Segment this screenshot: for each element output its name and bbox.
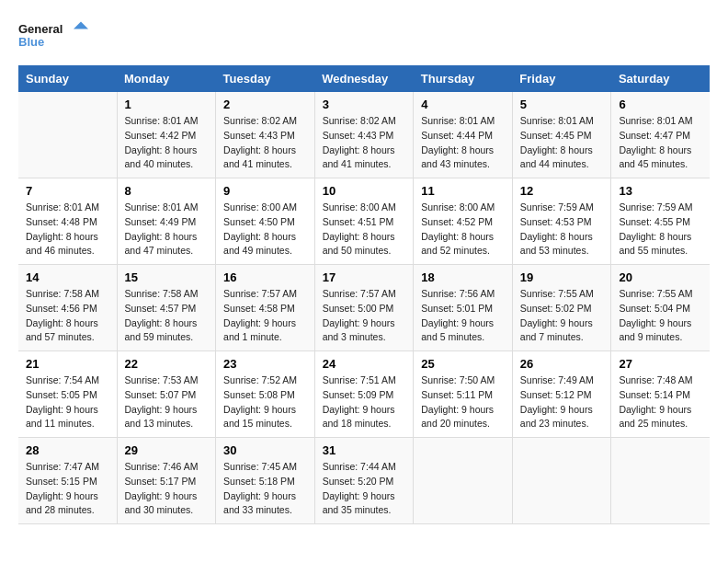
calendar-cell: 24Sunrise: 7:51 AM Sunset: 5:09 PM Dayli… xyxy=(314,351,414,438)
day-info: Sunrise: 7:56 AM Sunset: 5:01 PM Dayligh… xyxy=(421,287,505,345)
header: General Blue xyxy=(18,18,710,51)
calendar-cell: 21Sunrise: 7:54 AM Sunset: 5:05 PM Dayli… xyxy=(18,351,117,438)
calendar-cell: 15Sunrise: 7:58 AM Sunset: 4:57 PM Dayli… xyxy=(117,265,216,351)
day-number: 27 xyxy=(619,357,702,371)
calendar-cell xyxy=(611,438,710,524)
day-info: Sunrise: 8:01 AM Sunset: 4:44 PM Dayligh… xyxy=(421,114,505,172)
calendar-cell: 27Sunrise: 7:48 AM Sunset: 5:14 PM Dayli… xyxy=(611,351,710,438)
logo-icon: General Blue xyxy=(18,18,92,51)
day-info: Sunrise: 7:50 AM Sunset: 5:11 PM Dayligh… xyxy=(421,373,505,431)
day-number: 23 xyxy=(223,357,307,371)
day-number: 13 xyxy=(619,184,702,198)
day-info: Sunrise: 7:57 AM Sunset: 5:00 PM Dayligh… xyxy=(323,287,406,345)
day-info: Sunrise: 8:01 AM Sunset: 4:48 PM Dayligh… xyxy=(26,201,109,259)
day-number: 8 xyxy=(125,184,209,198)
day-number: 25 xyxy=(421,357,505,371)
day-info: Sunrise: 7:55 AM Sunset: 5:02 PM Dayligh… xyxy=(520,287,604,345)
day-number: 3 xyxy=(323,98,406,111)
calendar-cell: 20Sunrise: 7:55 AM Sunset: 5:04 PM Dayli… xyxy=(611,265,710,351)
day-number: 21 xyxy=(26,357,109,371)
day-info: Sunrise: 8:00 AM Sunset: 4:52 PM Dayligh… xyxy=(421,201,505,259)
logo: General Blue xyxy=(18,18,92,51)
day-info: Sunrise: 7:44 AM Sunset: 5:20 PM Dayligh… xyxy=(323,460,406,518)
day-info: Sunrise: 7:58 AM Sunset: 4:57 PM Dayligh… xyxy=(125,287,209,345)
day-number: 15 xyxy=(125,270,209,284)
day-number: 7 xyxy=(26,184,109,198)
calendar-cell: 29Sunrise: 7:46 AM Sunset: 5:17 PM Dayli… xyxy=(117,438,216,524)
day-info: Sunrise: 8:01 AM Sunset: 4:42 PM Dayligh… xyxy=(125,114,209,172)
week-row-5: 28Sunrise: 7:47 AM Sunset: 5:15 PM Dayli… xyxy=(18,438,710,524)
day-number: 31 xyxy=(323,443,406,457)
calendar-cell xyxy=(512,438,611,524)
day-info: Sunrise: 7:49 AM Sunset: 5:12 PM Dayligh… xyxy=(520,373,604,431)
header-cell-saturday: Saturday xyxy=(611,65,710,92)
day-number: 12 xyxy=(520,184,604,198)
header-cell-monday: Monday xyxy=(117,65,216,92)
day-info: Sunrise: 7:45 AM Sunset: 5:18 PM Dayligh… xyxy=(223,460,307,518)
week-row-3: 14Sunrise: 7:58 AM Sunset: 4:56 PM Dayli… xyxy=(18,265,710,351)
calendar-cell: 16Sunrise: 7:57 AM Sunset: 4:58 PM Dayli… xyxy=(216,265,315,351)
header-cell-sunday: Sunday xyxy=(18,65,117,92)
day-info: Sunrise: 7:59 AM Sunset: 4:53 PM Dayligh… xyxy=(520,201,604,259)
header-cell-friday: Friday xyxy=(512,65,611,92)
calendar-cell: 17Sunrise: 7:57 AM Sunset: 5:00 PM Dayli… xyxy=(314,265,414,351)
day-info: Sunrise: 7:51 AM Sunset: 5:09 PM Dayligh… xyxy=(323,373,406,431)
day-info: Sunrise: 7:59 AM Sunset: 4:55 PM Dayligh… xyxy=(619,201,702,259)
calendar-cell: 30Sunrise: 7:45 AM Sunset: 5:18 PM Dayli… xyxy=(216,438,315,524)
day-number: 4 xyxy=(421,98,505,111)
calendar-cell: 8Sunrise: 8:01 AM Sunset: 4:49 PM Daylig… xyxy=(117,178,216,265)
day-number: 9 xyxy=(223,184,307,198)
calendar-cell: 9Sunrise: 8:00 AM Sunset: 4:50 PM Daylig… xyxy=(216,178,315,265)
header-row: SundayMondayTuesdayWednesdayThursdayFrid… xyxy=(18,65,710,92)
day-number: 11 xyxy=(421,184,505,198)
day-number: 26 xyxy=(520,357,604,371)
day-info: Sunrise: 8:02 AM Sunset: 4:43 PM Dayligh… xyxy=(223,114,307,172)
day-info: Sunrise: 7:52 AM Sunset: 5:08 PM Dayligh… xyxy=(223,373,307,431)
day-info: Sunrise: 7:58 AM Sunset: 4:56 PM Dayligh… xyxy=(26,287,109,345)
day-number: 6 xyxy=(619,98,702,111)
day-number: 10 xyxy=(323,184,406,198)
calendar-cell: 28Sunrise: 7:47 AM Sunset: 5:15 PM Dayli… xyxy=(18,438,117,524)
day-number: 16 xyxy=(223,270,307,284)
svg-text:General: General xyxy=(18,22,63,36)
day-number: 5 xyxy=(520,98,604,111)
day-info: Sunrise: 8:00 AM Sunset: 4:51 PM Dayligh… xyxy=(323,201,406,259)
header-cell-tuesday: Tuesday xyxy=(216,65,315,92)
day-number: 28 xyxy=(26,443,109,457)
calendar-cell: 25Sunrise: 7:50 AM Sunset: 5:11 PM Dayli… xyxy=(414,351,513,438)
calendar-cell: 11Sunrise: 8:00 AM Sunset: 4:52 PM Dayli… xyxy=(414,178,513,265)
header-cell-thursday: Thursday xyxy=(414,65,513,92)
calendar-cell: 7Sunrise: 8:01 AM Sunset: 4:48 PM Daylig… xyxy=(18,178,117,265)
day-number: 22 xyxy=(125,357,209,371)
day-info: Sunrise: 7:46 AM Sunset: 5:17 PM Dayligh… xyxy=(125,460,209,518)
calendar-cell: 18Sunrise: 7:56 AM Sunset: 5:01 PM Dayli… xyxy=(414,265,513,351)
day-number: 1 xyxy=(125,98,209,111)
day-info: Sunrise: 7:47 AM Sunset: 5:15 PM Dayligh… xyxy=(26,460,109,518)
day-info: Sunrise: 7:55 AM Sunset: 5:04 PM Dayligh… xyxy=(619,287,702,345)
calendar-cell: 10Sunrise: 8:00 AM Sunset: 4:51 PM Dayli… xyxy=(314,178,414,265)
calendar-cell xyxy=(18,92,117,178)
calendar-cell: 13Sunrise: 7:59 AM Sunset: 4:55 PM Dayli… xyxy=(611,178,710,265)
day-info: Sunrise: 8:01 AM Sunset: 4:45 PM Dayligh… xyxy=(520,114,604,172)
calendar-cell: 3Sunrise: 8:02 AM Sunset: 4:43 PM Daylig… xyxy=(314,92,414,178)
day-info: Sunrise: 7:57 AM Sunset: 4:58 PM Dayligh… xyxy=(223,287,307,345)
day-info: Sunrise: 7:53 AM Sunset: 5:07 PM Dayligh… xyxy=(125,373,209,431)
day-number: 2 xyxy=(223,98,307,111)
svg-text:Blue: Blue xyxy=(18,35,44,49)
calendar-cell xyxy=(414,438,513,524)
day-info: Sunrise: 8:01 AM Sunset: 4:47 PM Dayligh… xyxy=(619,114,702,172)
day-number: 24 xyxy=(323,357,406,371)
calendar-cell: 2Sunrise: 8:02 AM Sunset: 4:43 PM Daylig… xyxy=(216,92,315,178)
calendar-cell: 4Sunrise: 8:01 AM Sunset: 4:44 PM Daylig… xyxy=(414,92,513,178)
calendar-cell: 23Sunrise: 7:52 AM Sunset: 5:08 PM Dayli… xyxy=(216,351,315,438)
svg-marker-1 xyxy=(74,22,88,29)
calendar-cell: 22Sunrise: 7:53 AM Sunset: 5:07 PM Dayli… xyxy=(117,351,216,438)
day-number: 17 xyxy=(323,270,406,284)
day-info: Sunrise: 8:02 AM Sunset: 4:43 PM Dayligh… xyxy=(323,114,406,172)
day-number: 29 xyxy=(125,443,209,457)
day-number: 20 xyxy=(619,270,702,284)
day-info: Sunrise: 7:54 AM Sunset: 5:05 PM Dayligh… xyxy=(26,373,109,431)
calendar-cell: 14Sunrise: 7:58 AM Sunset: 4:56 PM Dayli… xyxy=(18,265,117,351)
day-number: 18 xyxy=(421,270,505,284)
calendar-cell: 12Sunrise: 7:59 AM Sunset: 4:53 PM Dayli… xyxy=(512,178,611,265)
